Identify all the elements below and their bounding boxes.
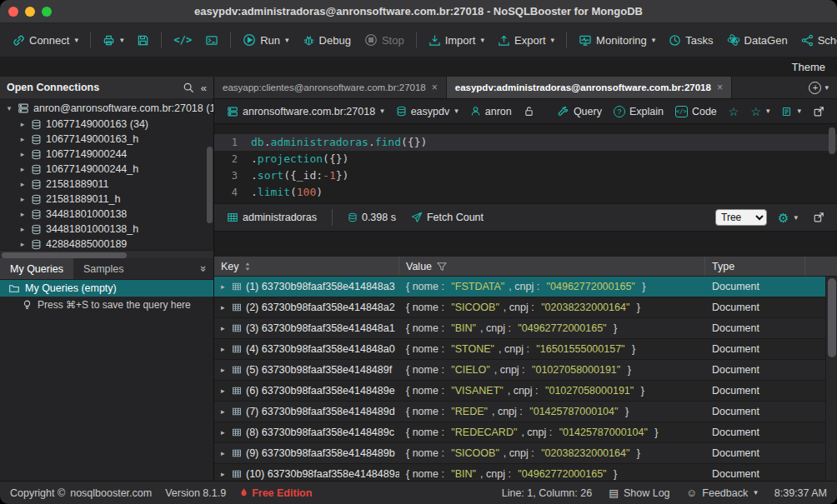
script-button[interactable]: </> [168, 30, 198, 50]
stop-button[interactable]: Stop [358, 29, 410, 51]
tree-collapsed-icon[interactable]: ▸ [18, 210, 27, 218]
tab-samples[interactable]: Samples [73, 258, 134, 279]
sidebar-database-item[interactable]: ▸ 34481801000138_h [0, 222, 213, 237]
scrollbar-thumb[interactable] [828, 278, 836, 357]
table-row[interactable]: ▸ (8) 63730b98faaf358e4148489c { nome : … [214, 422, 837, 443]
expand-row-icon[interactable]: ▸ [221, 407, 228, 416]
expand-row-icon[interactable]: ▸ [221, 282, 228, 291]
open-results-in-new-window-button[interactable] [809, 209, 829, 226]
filter-icon[interactable] [437, 262, 447, 272]
sidebar-database-item[interactable]: ▸ 10677149000163_h [0, 132, 213, 147]
sidebar-database-item[interactable]: ▸ 21581889011_h [0, 192, 213, 207]
monitoring-button[interactable]: Monitoring ▾ [573, 30, 661, 51]
tree-collapsed-icon[interactable]: ▸ [18, 180, 27, 188]
collapse-sidebar-icon[interactable]: « [201, 82, 207, 94]
print-button[interactable]: ▾ [97, 30, 130, 51]
console-button[interactable] [199, 30, 224, 51]
sidebar-vertical-scrollbar[interactable] [207, 147, 213, 223]
schema-button[interactable]: Schema ▾ [795, 30, 837, 51]
editor-vertical-scrollbar[interactable] [829, 127, 835, 154]
sidebar-database-item[interactable]: ▸ 42884885000189 [0, 237, 213, 250]
expand-row-icon[interactable]: ▸ [221, 324, 228, 332]
close-tab-icon[interactable]: × [432, 82, 438, 93]
save-button[interactable] [131, 30, 155, 51]
collection-indicator[interactable]: administradoras [223, 209, 321, 226]
view-mode-select[interactable]: Tree [715, 209, 767, 226]
favorites-menu-button[interactable]: ☆ ▾ [746, 103, 774, 120]
theme-menu[interactable]: Theme [792, 61, 825, 73]
table-row[interactable]: ▸ (5) 63730b98faaf358e4148489f { nome : … [214, 360, 837, 381]
results-settings-button[interactable]: ⚙ ▾ [774, 209, 802, 227]
my-queries-folder[interactable]: My Queries (empty) [0, 280, 213, 297]
show-log-button[interactable]: ▤ Show Log [609, 487, 669, 499]
export-button[interactable]: Export ▾ [492, 30, 560, 51]
tasks-button[interactable]: Tasks [663, 30, 719, 51]
sidebar-database-item[interactable]: ▸ 10677149000244_h [0, 162, 213, 177]
table-row[interactable]: ▸ (1) 63730b98faaf358e414848a3 { nome : … [214, 277, 837, 297]
table-row[interactable]: ▸ (10) 63730b98faaf358e4148489a { nome :… [214, 464, 837, 481]
query-editor[interactable]: 1 2 3 4 db.administradoras.find({}) .pro… [214, 124, 837, 204]
table-row[interactable]: ▸ (3) 63730b98faaf358e414848a1 { nome : … [214, 318, 837, 339]
sidebar-database-item[interactable]: ▸ 34481801000138 [0, 207, 213, 222]
column-header-value[interactable]: Value [399, 257, 705, 276]
expand-row-icon[interactable]: ▸ [221, 470, 228, 478]
editor-tab-administradoras[interactable]: easypdv:administradoras@anronsoftware.co… [447, 77, 732, 98]
sidebar-database-item[interactable]: ▸ 10677149000163 (34) [0, 117, 213, 132]
column-header-key[interactable]: Key [214, 257, 399, 276]
sidebar-horizontal-scrollbar[interactable] [0, 250, 213, 258]
table-row[interactable]: ▸ (2) 63730b98faaf358e414848a2 { nome : … [214, 297, 837, 318]
user-indicator[interactable]: anron [466, 103, 516, 120]
query-button[interactable]: Query [554, 103, 606, 120]
expand-row-icon[interactable]: ▸ [221, 345, 228, 353]
expand-row-icon[interactable]: ▸ [221, 387, 228, 395]
table-row[interactable]: ▸ (4) 63730b98faaf358e414848a0 { nome : … [214, 339, 837, 360]
new-tab-button[interactable]: + [809, 82, 821, 94]
table-row[interactable]: ▸ (7) 63730b98faaf358e4148489d { nome : … [214, 402, 837, 422]
tab-my-queries[interactable]: My Queries [0, 258, 73, 279]
datagen-button[interactable]: DataGen [721, 29, 794, 51]
site-link[interactable]: nosqlbooster.com [70, 487, 152, 499]
tree-collapsed-icon[interactable]: ▸ [18, 240, 27, 248]
lock-toggle[interactable] [519, 103, 539, 119]
expand-row-icon[interactable]: ▸ [221, 449, 228, 457]
tree-collapsed-icon[interactable]: ▸ [18, 195, 27, 203]
expand-row-icon[interactable]: ▸ [221, 303, 228, 312]
favorite-button[interactable]: ☆ [724, 103, 744, 120]
open-in-new-window-button[interactable] [809, 103, 829, 120]
tree-collapsed-icon[interactable]: ▸ [18, 135, 27, 143]
tree-collapsed-icon[interactable]: ▸ [18, 165, 27, 173]
tree-collapsed-icon[interactable]: ▸ [18, 120, 27, 128]
minimize-window-button[interactable] [25, 7, 35, 17]
sidebar-database-item[interactable]: ▸ 21581889011 [0, 177, 213, 192]
editor-code[interactable]: db.administradoras.find({}) .projection(… [244, 124, 837, 203]
expand-row-icon[interactable]: ▸ [221, 428, 228, 437]
code-button[interactable]: </> Code [671, 103, 721, 120]
search-icon[interactable] [183, 82, 194, 93]
table-row[interactable]: ▸ (9) 63730b98faaf358e4148489b { nome : … [214, 443, 837, 464]
collapse-panel-icon[interactable]: » [201, 258, 213, 279]
import-button[interactable]: Import ▾ [423, 30, 490, 51]
scrollbar-thumb[interactable] [2, 252, 127, 258]
explain-button[interactable]: ? Explain [609, 103, 668, 120]
expand-row-icon[interactable]: ▸ [221, 366, 228, 374]
tree-expanded-icon[interactable]: ▾ [5, 104, 13, 112]
connection-root[interactable]: ▾ anron@anronsoftware.com.br:27018 (1 [0, 100, 213, 117]
close-tab-icon[interactable]: × [717, 82, 723, 93]
free-edition-badge[interactable]: Free Edition [239, 487, 312, 499]
sidebar-database-item[interactable]: ▸ 10677149000244 [0, 147, 213, 162]
close-window-button[interactable] [8, 7, 18, 17]
chevron-down-icon[interactable]: ▾ [824, 84, 829, 92]
database-selector[interactable]: easypdv ▾ [392, 103, 463, 120]
server-selector[interactable]: anronsoftware.com.br:27018 ▾ [223, 103, 388, 120]
zoom-window-button[interactable] [42, 7, 52, 17]
snippets-button[interactable]: ▾ [777, 103, 805, 120]
tree-collapsed-icon[interactable]: ▸ [18, 150, 27, 158]
fetch-count-button[interactable]: Fetch Count [407, 209, 488, 226]
results-vertical-scrollbar[interactable] [825, 277, 837, 481]
sort-icon[interactable] [244, 262, 251, 272]
tree-collapsed-icon[interactable]: ▸ [18, 225, 27, 233]
connect-button[interactable]: Connect ▾ [7, 30, 84, 51]
debug-button[interactable]: Debug [297, 30, 357, 51]
feedback-button[interactable]: ☺ Feedback ▾ [687, 487, 758, 499]
column-header-type[interactable]: Type [705, 257, 805, 276]
